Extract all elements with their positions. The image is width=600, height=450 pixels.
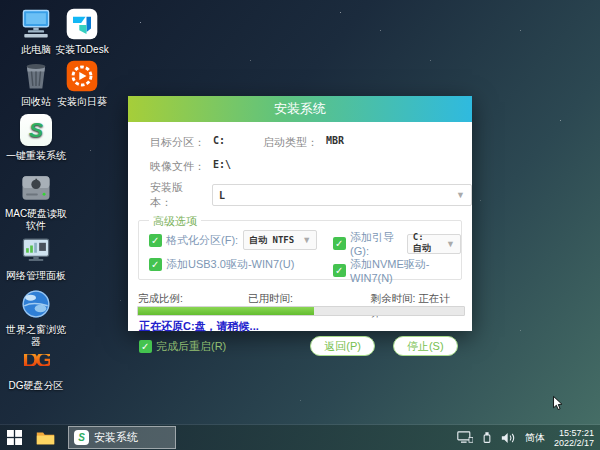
taskbar-item-install-system[interactable]: S 安装系统 xyxy=(68,426,176,449)
usb3-driver-label: 添加USB3.0驱动-WIN7(U) xyxy=(166,257,294,272)
target-partition-row: 目标分区： C: 启动类型： MBR xyxy=(150,135,344,150)
image-file-row: 映像文件： E:\ xyxy=(150,159,231,174)
system-tray: 简体 15:57:21 2022/2/17 xyxy=(457,428,600,448)
stop-button[interactable]: 停止(S) xyxy=(393,336,458,356)
format-partition-value: 自动 NTFS xyxy=(249,234,294,247)
checkbox-checked-icon[interactable] xyxy=(333,264,346,277)
target-partition-value: C: xyxy=(213,135,225,150)
add-boot-option[interactable]: 添加引导(G): C: 自动 ▼ xyxy=(333,230,461,257)
input-method-indicator[interactable]: 简体 xyxy=(525,431,545,445)
reinstall-system-icon: S xyxy=(18,112,54,148)
checkbox-checked-icon[interactable] xyxy=(149,258,162,271)
image-file-label: 映像文件： xyxy=(150,159,205,174)
world-window-browser-icon xyxy=(18,286,54,322)
nvme-driver-label: 添加NVME驱动-WIN7(N) xyxy=(350,257,461,284)
speaker-icon[interactable] xyxy=(501,432,516,444)
install-version-select[interactable]: L ▼ xyxy=(212,184,472,206)
windows-logo-icon xyxy=(7,430,22,445)
format-partition-label: 格式化分区(F): xyxy=(166,233,238,248)
restart-checkbox[interactable] xyxy=(139,340,152,353)
install-version-value: L xyxy=(219,190,225,201)
desktop-icon-world-window-browser[interactable]: 世界之窗浏览器 xyxy=(4,286,68,348)
desktop-icon-label: 安装ToDesk xyxy=(50,44,114,56)
advanced-options-group: 高级选项 格式化分区(F): 自动 NTFS ▼ 添加引导(G): C: 自动 … xyxy=(138,220,462,280)
sunflower-icon xyxy=(64,58,100,94)
mac-disk-icon xyxy=(18,170,54,206)
checkbox-checked-icon[interactable] xyxy=(149,234,162,247)
add-boot-label: 添加引导(G): xyxy=(350,230,402,257)
desktop-icon-mac-disk[interactable]: MAC硬盘读取软件 xyxy=(4,170,68,232)
add-boot-value: C: 自动 xyxy=(413,232,438,255)
desktop-icon-todesk[interactable]: 安装ToDesk xyxy=(50,6,114,56)
desktop-icon-network-panel[interactable]: 网络管理面板 xyxy=(4,232,68,282)
restart-after-complete-label: 完成后重启(R) xyxy=(156,339,226,354)
taskbar-clock[interactable]: 15:57:21 2022/2/17 xyxy=(554,428,594,448)
progress-bar xyxy=(137,306,465,316)
format-partition-select[interactable]: 自动 NTFS ▼ xyxy=(243,230,317,250)
usb3-driver-option[interactable]: 添加USB3.0驱动-WIN7(U) xyxy=(149,257,294,272)
reinstall-glyph: S xyxy=(20,114,52,146)
dg-glyph: DG xyxy=(23,354,50,366)
chevron-down-icon: ▼ xyxy=(302,235,311,245)
dg-partition-icon: DG xyxy=(18,342,54,378)
network-icon[interactable] xyxy=(457,431,473,444)
progress-bar-fill xyxy=(138,307,314,315)
folder-icon xyxy=(36,430,55,446)
file-explorer-button[interactable] xyxy=(29,425,62,450)
install-system-task-icon: S xyxy=(74,430,89,445)
dialog-bottom-row: 完成后重启(R) 返回(P) 停止(S) xyxy=(139,336,461,356)
todesk-icon xyxy=(64,6,100,42)
boot-type-label: 启动类型： xyxy=(263,135,318,150)
back-button[interactable]: 返回(P) xyxy=(310,336,375,356)
taskbar: S 安装系统 简体 15:57:21 2022/2/17 xyxy=(0,425,600,450)
usb-device-icon[interactable] xyxy=(482,431,492,444)
restore-status-text: 正在还原C:盘，请稍候... xyxy=(139,319,259,334)
chevron-down-icon: ▼ xyxy=(446,239,455,249)
chevron-down-icon: ▼ xyxy=(456,190,465,200)
image-file-value: E:\ xyxy=(213,159,231,174)
install-system-dialog: 安装系统 目标分区： C: 启动类型： MBR 映像文件： E:\ 安装版本： … xyxy=(128,96,472,331)
this-pc-icon xyxy=(18,6,54,42)
clock-date: 2022/2/17 xyxy=(554,438,594,448)
install-version-row: 安装版本： L ▼ xyxy=(150,180,472,210)
checkbox-checked-icon[interactable] xyxy=(333,237,346,250)
recycle-bin-icon xyxy=(18,58,54,94)
taskbar-item-label: 安装系统 xyxy=(94,430,138,445)
dialog-title: 安装系统 xyxy=(128,96,472,122)
clock-time: 15:57:21 xyxy=(554,428,594,438)
desktop-icon-sunflower[interactable]: 安装向日葵 xyxy=(50,58,114,108)
install-version-label: 安装版本： xyxy=(150,180,204,210)
desktop-icon-dg-partition[interactable]: DG DG硬盘分区 xyxy=(4,342,68,392)
target-partition-label: 目标分区： xyxy=(150,135,205,150)
desktop-icon-label: 安装向日葵 xyxy=(50,96,114,108)
format-partition-option[interactable]: 格式化分区(F): 自动 NTFS ▼ xyxy=(149,230,317,250)
desktop-icon-reinstall-system[interactable]: S 一键重装系统 xyxy=(4,112,68,162)
nvme-driver-option[interactable]: 添加NVME驱动-WIN7(N) xyxy=(333,257,461,284)
starfield-background xyxy=(0,0,1,1)
mouse-cursor xyxy=(550,395,567,416)
desktop-icon-label: 一键重装系统 xyxy=(4,150,68,162)
advanced-options-title: 高级选项 xyxy=(149,214,201,229)
desktop-icon-label: DG硬盘分区 xyxy=(4,380,68,392)
boot-type-value: MBR xyxy=(326,135,344,150)
network-panel-icon xyxy=(18,232,54,268)
start-button[interactable] xyxy=(0,425,29,450)
add-boot-select[interactable]: C: 自动 ▼ xyxy=(407,234,461,254)
desktop-icon-label: MAC硬盘读取软件 xyxy=(4,208,68,232)
desktop-icon-label: 网络管理面板 xyxy=(4,270,68,282)
